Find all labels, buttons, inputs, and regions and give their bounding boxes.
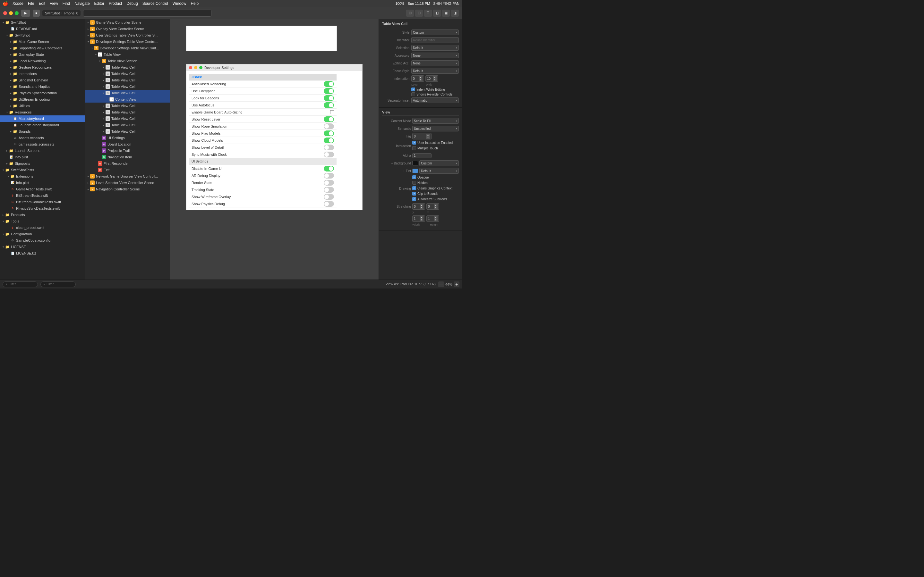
tree-item-gameplay-state[interactable]: 📁 Gameplay State (0, 51, 85, 58)
scene-item-cell-9[interactable]: □ Table View Cell (85, 122, 170, 128)
menu-view[interactable]: View (50, 1, 58, 6)
accessory-dropdown[interactable]: None ▾ (411, 53, 459, 58)
style-dropdown[interactable]: Custom ▾ (411, 29, 459, 35)
width-stepper[interactable]: ▲ ▼ (433, 76, 437, 81)
toggle-lod[interactable] (324, 145, 334, 150)
filter-input-left[interactable]: ⌖ Filter (3, 282, 38, 287)
scene-item-section[interactable]: S Table View Section (85, 58, 170, 64)
tag-stepper[interactable]: ▲ ▼ (426, 134, 430, 139)
stepper-down[interactable]: ▼ (426, 136, 430, 139)
toggle-autofocus[interactable] (324, 102, 334, 108)
toggle-reset[interactable] (324, 116, 334, 122)
scene-item-cell-1[interactable]: □ Table View Cell (85, 64, 170, 71)
stepper-down[interactable]: ▼ (420, 206, 423, 209)
tree-item-bitstream-codable[interactable]: S BitStreamCodableTests.swift (0, 199, 85, 205)
tree-item-gameassets[interactable]: 🗂 gameassets.scnassets (0, 141, 85, 147)
tint-dropdown[interactable]: Default ▾ (419, 168, 459, 174)
background-dropdown[interactable]: Custom ▾ (419, 160, 459, 166)
indentation-width-field[interactable]: 10 ▲ ▼ (425, 75, 438, 82)
tree-item-interactions[interactable]: 📁 Interactions (0, 71, 85, 77)
width-stepper[interactable]: ▲ ▼ (420, 216, 423, 221)
scene-item-cell-10[interactable]: □ Table View Cell (85, 128, 170, 135)
maximize-button[interactable] (15, 11, 19, 15)
tree-item-resources[interactable]: 📁 Resources (0, 109, 85, 115)
focus-style-dropdown[interactable]: Default ▾ (411, 68, 459, 74)
level-stepper[interactable]: ▲ ▼ (419, 76, 423, 81)
tree-item-info-plist[interactable]: 📝 Info.plist (0, 154, 85, 160)
panel-toggle-right[interactable]: ◨ (451, 10, 459, 17)
stepper-down[interactable]: ▼ (434, 219, 438, 221)
scene-item-content-view[interactable]: □ Content View (85, 96, 170, 103)
tree-item-physics-tests[interactable]: S PhysicsSyncDataTests.swift (0, 205, 85, 211)
scene-item-dev-settings-vc[interactable]: T Developer Settings Table View Cont... (85, 45, 170, 51)
scene-item-table-view[interactable]: □ Table View (85, 51, 170, 58)
selection-dropdown[interactable]: Default ▾ (411, 45, 459, 51)
stepper-up[interactable]: ▲ (426, 134, 430, 136)
autosize-checkbox[interactable]: ✓ (412, 197, 416, 201)
scene-item-network-browser[interactable]: V Network Game Browser View Controll... (85, 173, 170, 179)
tree-item-products[interactable]: 📁 Products (0, 211, 85, 218)
scene-item-first-responder[interactable]: R First Responder (85, 160, 170, 167)
toggle-ar-debug[interactable] (324, 173, 334, 179)
scene-item-user-settings[interactable]: T User Settings Table View Controller S.… (85, 32, 170, 39)
stop-button[interactable]: ■ (33, 10, 40, 17)
tree-item-readme[interactable]: 📄 README.md (0, 26, 85, 32)
multiple-touch-checkbox[interactable] (412, 146, 416, 150)
menu-window[interactable]: Window (173, 1, 186, 6)
tree-item-local-networking[interactable]: 📁 Local Networking (0, 58, 85, 64)
tree-item-extensions[interactable]: 📁 Extensions (0, 173, 85, 179)
tree-item-swiftshotests[interactable]: 📁 SwiftShotTests (0, 167, 85, 173)
clears-graphics-checkbox[interactable]: ✓ (412, 186, 416, 190)
menu-editor[interactable]: Editor (94, 1, 104, 6)
tree-item-sounds[interactable]: 📁 Sounds and Haptics (0, 83, 85, 90)
panel-toggle-center[interactable]: ▣ (442, 10, 450, 17)
tree-item-launch-screens[interactable]: 📁 Launch Screens (0, 147, 85, 154)
tree-item-tools[interactable]: 📁 Tools (0, 218, 85, 224)
filter-input-right[interactable]: ⌖ Filter (40, 282, 76, 287)
toggle-beacons[interactable] (324, 95, 334, 101)
stepper-up[interactable]: ▲ (420, 216, 423, 219)
toggle-rope[interactable] (324, 123, 334, 129)
apple-icon[interactable]: 🍎 (3, 1, 8, 6)
scene-item-board-location[interactable]: B Board Location (85, 141, 170, 147)
hidden-checkbox[interactable] (412, 181, 416, 185)
menu-xcode[interactable]: Xcode (13, 1, 23, 6)
scene-item-exit[interactable]: E Exit (85, 167, 170, 173)
y-stepper[interactable]: ▲ ▼ (434, 204, 438, 209)
stretch-y-field[interactable]: 0 ▲ ▼ (426, 203, 439, 210)
x-stepper[interactable]: ▲ ▼ (420, 204, 423, 209)
zoom-in-button[interactable]: + (454, 282, 459, 287)
inspector-toggle[interactable]: ☰ (424, 10, 432, 17)
toggle-music[interactable] (324, 152, 334, 157)
content-mode-dropdown[interactable]: Scale To Fill ▾ (412, 118, 459, 124)
scene-item-cell-6[interactable]: □ Table View Cell (85, 103, 170, 109)
menu-source-control[interactable]: Source Control (142, 1, 168, 6)
scene-item-projectile-trail[interactable]: P Projectile Trail (85, 147, 170, 154)
stepper-up[interactable]: ▲ (434, 204, 438, 206)
tree-item-test-info[interactable]: 📝 Info.plist (0, 179, 85, 186)
identifier-field[interactable]: Reuse Identifier (411, 37, 459, 43)
menu-edit[interactable]: Edit (39, 1, 45, 6)
navigator-toggle[interactable]: ⊞ (406, 10, 414, 17)
scene-item-level-selector[interactable]: V Level Selector View Controller Scene (85, 179, 170, 186)
stretch-height-field[interactable]: 1 ▲ ▼ (426, 215, 439, 222)
toggle-flag[interactable] (324, 131, 334, 136)
close-button[interactable] (3, 11, 7, 15)
toggle-wireframe[interactable] (324, 194, 334, 200)
separator-inset-dropdown[interactable]: Automatic ▾ (411, 97, 459, 103)
tree-item-physics[interactable]: 📁 Physics Synchronization (0, 90, 85, 96)
layout-toggle[interactable]: ⊡ (415, 10, 423, 17)
tree-item-main-storyboard[interactable]: 📋 Main.storyboard (0, 115, 85, 122)
stretch-x-field[interactable]: 0 ▲ ▼ (412, 203, 425, 210)
tint-color-swatch[interactable] (412, 169, 418, 173)
scene-item-nav-controller[interactable]: N Navigation Controller Scene (85, 186, 170, 192)
tree-item-signposts[interactable]: 📁 Signposts (0, 160, 85, 167)
stepper-down[interactable]: ▼ (419, 79, 423, 81)
breadcrumb-project[interactable]: SwiftShot (45, 11, 60, 15)
indent-editing-checkbox[interactable]: ✓ (411, 87, 415, 91)
tag-field[interactable]: 0 ▲ ▼ (412, 133, 431, 139)
scene-item-ui-settings[interactable]: U UI Settings (85, 135, 170, 141)
stepper-down[interactable]: ▼ (433, 79, 437, 81)
toggle-physics-debug[interactable] (324, 201, 334, 207)
clip-bounds-checkbox[interactable]: ✓ (412, 192, 416, 195)
